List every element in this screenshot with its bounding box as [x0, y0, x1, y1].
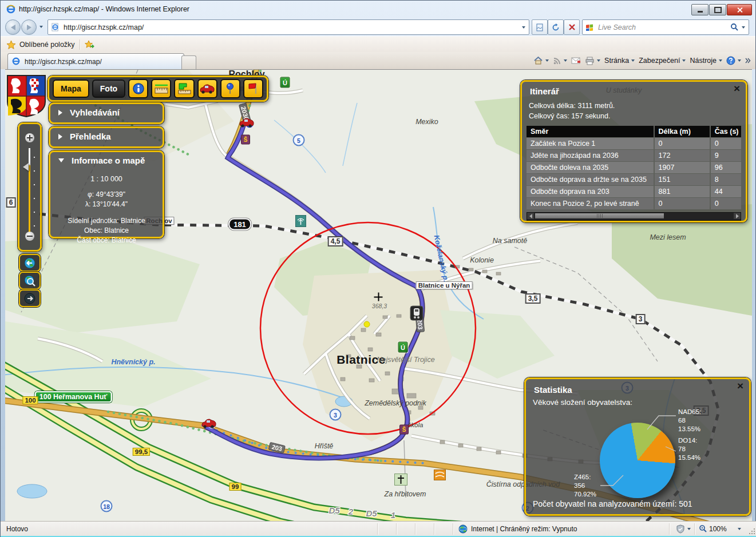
zoom-level[interactable]: 100%	[709, 525, 727, 533]
tab-active[interactable]: http://giscr.hzspk.cz/map/	[7, 53, 184, 70]
feeds-button[interactable]	[553, 57, 567, 65]
tab-mapa[interactable]: Mapa	[53, 79, 89, 98]
measure-area-button[interactable]	[174, 79, 194, 98]
print-button[interactable]	[585, 57, 600, 65]
home-dropdown[interactable]	[545, 59, 549, 62]
scroll-right-arrow[interactable]	[734, 213, 741, 219]
home-icon	[533, 56, 543, 65]
itinerary-cell: 44	[711, 186, 741, 197]
zoom-slider-thumb[interactable]	[23, 163, 29, 171]
zone-text: Internet | Chráněný režim: Vypnuto	[471, 525, 577, 533]
panel-prehledka[interactable]: Přehledka	[49, 126, 164, 148]
itinerary-row[interactable]: Konec na Pozice 2, po levé straně00	[527, 198, 741, 209]
protected-mode-dropdown[interactable]	[687, 528, 691, 530]
itinerary-cell: Odbočte doleva na 2035	[527, 162, 654, 173]
zoom-icon[interactable]	[699, 524, 707, 533]
route-car-1-icon[interactable]	[239, 118, 255, 130]
forward-button[interactable]	[21, 19, 37, 35]
itinerary-cell: 1907	[655, 162, 710, 173]
itinerary-close-button[interactable]: ×	[734, 83, 740, 94]
search-icon[interactable]	[730, 23, 739, 31]
itinerary-cell: Odbočte doprava na 203	[527, 186, 654, 197]
help-button[interactable]	[726, 56, 741, 65]
tab-foto[interactable]: Foto	[92, 79, 125, 98]
new-tab-button[interactable]	[181, 55, 196, 70]
search-options-dropdown[interactable]	[742, 26, 745, 29]
flag-tool-button[interactable]	[243, 79, 263, 98]
itinerary-title: Itinerář	[522, 82, 746, 96]
area-icon	[177, 82, 192, 95]
next-view-button[interactable]	[19, 289, 41, 307]
search-input[interactable]	[597, 23, 730, 32]
security-menu[interactable]: Zabezpečení	[639, 57, 686, 65]
scrollbar-thumb[interactable]	[535, 213, 664, 218]
itinerary-row[interactable]: Odbočte doprava na 20388144	[527, 186, 741, 197]
itinerary-scrollbar[interactable]	[527, 212, 741, 221]
route-tool-button[interactable]	[197, 79, 217, 98]
column-cas: Čas (s)	[711, 126, 741, 137]
add-favorite-icon[interactable]	[85, 40, 95, 50]
address-bar[interactable]	[48, 19, 529, 35]
zoom-in-button[interactable]	[25, 133, 34, 142]
globe-magnifier-icon	[23, 275, 36, 287]
map-viewport[interactable]: RochlovRochlovBlatnice u NýřanBlatniceNe…	[5, 69, 752, 522]
itinerary-row[interactable]: Odbočte doleva na 2035190796	[527, 162, 741, 173]
search-box[interactable]	[582, 19, 749, 35]
scroll-left-arrow[interactable]	[527, 213, 534, 219]
read-mail-button[interactable]	[571, 57, 581, 65]
itinerary-row[interactable]: Odbočte doprava a držte se na 20351518	[527, 174, 741, 185]
panel-vyhledavani[interactable]: Vyhledávání	[49, 102, 164, 124]
refresh-icon	[552, 23, 560, 31]
rss-icon	[553, 57, 561, 65]
protected-mode-icon[interactable]	[676, 524, 685, 534]
compatibility-view-button[interactable]	[532, 19, 548, 35]
close-button[interactable]	[727, 4, 752, 15]
title-bar[interactable]: http://giscr.hzspk.cz/map/ - Windows Int…	[1, 1, 755, 18]
panel-informace-o-mape[interactable]: Informace o mapě 1 : 10 000 φ: 49°43'39"…	[49, 150, 164, 238]
itinerary-row[interactable]: Jděte na jihozápad na 20361729	[527, 150, 741, 161]
resize-grip[interactable]	[749, 528, 755, 534]
previous-view-button[interactable]	[19, 254, 41, 272]
minimize-button[interactable]	[691, 4, 708, 15]
measure-distance-button[interactable]	[151, 79, 171, 98]
favorites-button[interactable]: Oblíbené položky	[19, 41, 75, 49]
itinerary-cell: 8	[711, 174, 741, 185]
zoom-dropdown[interactable]	[738, 528, 741, 530]
itinerary-row[interactable]: Začátek na Pozice 100	[527, 138, 741, 149]
zoom-out-button[interactable]	[25, 232, 34, 241]
map-scale: 1 : 10 000	[54, 174, 159, 184]
maximize-button[interactable]	[709, 4, 726, 15]
page-menu-dropdown	[631, 59, 635, 62]
more-commands-chevron[interactable]	[745, 58, 751, 63]
info-tool-button[interactable]	[128, 79, 148, 98]
itinerary-panel: Itinerář × Celková délka: 3111 metrů. Ce…	[520, 80, 747, 222]
sign-6: 6	[6, 197, 16, 208]
label-za-hrbitovem: Za hřbitovem	[385, 490, 426, 498]
station-blatnice-u-nyran: Blatnice u Nýřan	[416, 281, 473, 289]
itinerary-table: Směr Délka (m) Čas (s) Začátek na Pozice…	[527, 126, 741, 209]
zoom-slider-track[interactable]	[29, 148, 30, 235]
address-dropdown[interactable]	[522, 26, 525, 29]
zoom-extent-button[interactable]	[19, 272, 41, 289]
label-skola: škola	[408, 421, 423, 428]
column-delka: Délka (m)	[655, 126, 710, 137]
exit-hermanova-hut: 100 Heřmanova Huť	[35, 391, 112, 403]
page-menu[interactable]: Stránka	[604, 57, 635, 65]
route-car-2-icon[interactable]	[201, 419, 217, 431]
home-button[interactable]	[533, 56, 549, 65]
help-dropdown[interactable]	[738, 59, 741, 62]
url-input[interactable]	[62, 23, 522, 32]
back-button[interactable]	[5, 19, 21, 35]
history-dropdown[interactable]	[39, 26, 43, 28]
refresh-button[interactable]	[548, 19, 564, 35]
print-dropdown[interactable]	[597, 59, 600, 62]
help-icon	[726, 56, 735, 65]
stop-button[interactable]	[564, 19, 580, 35]
itinerary-cell: Jděte na jihozápad na 2036	[527, 150, 654, 161]
roadnum-2: 2	[349, 507, 353, 516]
map-crosshair	[374, 293, 383, 301]
tools-menu[interactable]: Nástroje	[690, 57, 722, 65]
feeds-dropdown[interactable]	[564, 59, 567, 62]
forward-icon	[27, 25, 31, 30]
pin-tool-button[interactable]	[220, 79, 240, 98]
